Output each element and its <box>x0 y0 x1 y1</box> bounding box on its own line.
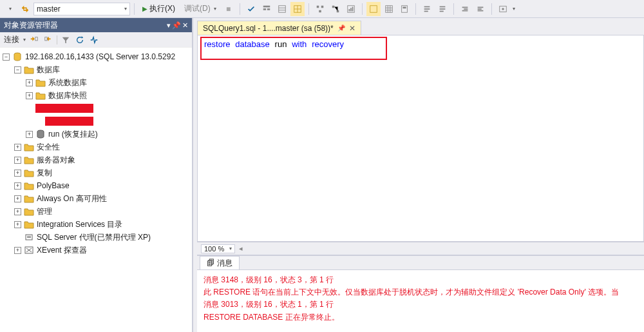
expander-icon[interactable]: + <box>14 170 21 177</box>
results-to-grid-button[interactable] <box>382 2 396 16</box>
results-text-button[interactable] <box>290 2 305 16</box>
document-tab[interactable]: SQLQuery1.sql - 1....master (sa (58))* 📌… <box>197 21 361 35</box>
disconnect-button[interactable] <box>43 34 54 46</box>
object-explorer-panel: 对象资源管理器 ▾ 📌 ✕ 连接 ▾ − 192.168.20.16,1433 … <box>0 18 193 332</box>
xevent-icon <box>24 246 34 255</box>
plan-button[interactable] <box>260 2 274 16</box>
expander-icon[interactable]: + <box>14 221 21 228</box>
expander-icon[interactable]: + <box>14 247 21 254</box>
uncomment-button[interactable] <box>435 2 450 16</box>
live-stats-button[interactable] <box>328 2 343 16</box>
debug-label: 调试(D) <box>184 3 211 14</box>
expander-icon[interactable]: + <box>26 92 33 99</box>
tree-alwayson-node[interactable]: + Always On 高可用性 <box>0 192 192 205</box>
tree-node-label: 数据库 <box>37 64 60 75</box>
dropdown-icon[interactable]: ▾ <box>167 21 171 30</box>
connect-button[interactable] <box>28 34 40 46</box>
expander-icon[interactable]: + <box>14 144 21 151</box>
messages-body[interactable]: 消息 3148，级别 16，状态 3，第 1 行 此 RESTORE 语句在当前… <box>197 270 644 332</box>
tree-server-node[interactable]: − 192.168.20.16,1433 (SQL Server 13.0.52… <box>0 50 192 63</box>
database-combo[interactable]: master ▾ <box>33 3 130 15</box>
refresh-button[interactable] <box>74 34 86 46</box>
svg-rect-12 <box>332 5 334 8</box>
tree-system-db-node[interactable]: + 系统数据库 <box>0 76 192 89</box>
tree-node-label: run (恢复挂起) <box>48 129 98 140</box>
connect-label: 连接 <box>4 34 19 45</box>
close-icon[interactable]: ✕ <box>182 21 188 30</box>
expander-icon[interactable]: + <box>26 79 33 86</box>
svg-rect-11 <box>319 10 321 12</box>
sql-editor[interactable]: restore database run with recovery <box>197 35 644 242</box>
zoom-combo[interactable]: 100 % ▾ <box>201 244 235 253</box>
expander-icon[interactable]: − <box>14 66 21 73</box>
expander-icon[interactable]: − <box>3 54 10 61</box>
tree-db-snapshot-node[interactable]: + 数据库快照 <box>0 89 192 102</box>
tree-databases-node[interactable]: − 数据库 <box>0 63 192 76</box>
execute-label: 执行(X) <box>149 3 175 14</box>
activity-button[interactable] <box>88 34 100 46</box>
client-stats-button[interactable] <box>344 2 358 16</box>
tree-xevent-node[interactable]: + XEvent 探查器 <box>0 244 192 257</box>
tree-security-node[interactable]: + 安全性 <box>0 141 192 153</box>
expander-icon[interactable]: + <box>14 182 21 190</box>
expander-icon[interactable]: + <box>14 208 21 215</box>
parse-button[interactable] <box>244 2 258 16</box>
tree-agent-node[interactable]: SQL Server 代理(已禁用代理 XP) <box>0 231 192 244</box>
debug-button[interactable]: 调试(D) ▾ <box>180 2 220 16</box>
tree-node-label: PolyBase <box>37 181 70 190</box>
expander-icon[interactable]: + <box>14 157 21 164</box>
close-icon[interactable]: ✕ <box>349 24 355 33</box>
tree-node-label: Integration Services 目录 <box>37 219 122 230</box>
editor-area: SQLQuery1.sql - 1....master (sa (58))* 📌… <box>193 18 644 332</box>
agent-icon <box>24 233 34 242</box>
include-plan-button[interactable] <box>313 2 327 16</box>
results-to-file-button[interactable] <box>397 2 412 16</box>
change-connection-button[interactable] <box>18 2 32 16</box>
tree-redacted-db-2[interactable] <box>0 115 192 128</box>
svg-rect-40 <box>27 237 31 238</box>
folder-icon <box>24 65 34 74</box>
tree-isc-node[interactable]: + Integration Services 目录 <box>0 218 192 231</box>
outdent-button[interactable] <box>473 2 488 16</box>
database-combo-value: master <box>37 5 61 14</box>
tree-redacted-db-1[interactable] <box>0 102 192 115</box>
folder-icon <box>24 220 34 229</box>
tree-run-db-node[interactable]: + run (恢复挂起) <box>0 128 192 141</box>
messages-tab-label: 消息 <box>217 258 232 269</box>
tree-polybase-node[interactable]: + PolyBase <box>0 179 192 192</box>
tree-node-label: 复制 <box>37 168 52 179</box>
pin-icon[interactable]: 📌 <box>172 21 181 30</box>
document-tab-title: SQLQuery1.sql - 1....master (sa (58))* <box>203 24 334 33</box>
messages-tab[interactable]: 🗐 消息 <box>200 256 240 269</box>
annotation-box <box>200 37 387 60</box>
svg-rect-0 <box>263 5 270 7</box>
tree-server-objects-node[interactable]: + 服务器对象 <box>0 153 192 166</box>
folder-icon <box>24 181 34 190</box>
specify-values-button[interactable] <box>496 2 510 16</box>
folder-icon <box>35 91 46 100</box>
svg-rect-10 <box>321 5 323 8</box>
results-to-text-button[interactable] <box>366 2 381 16</box>
svg-rect-25 <box>402 6 406 8</box>
tree-node-label: SQL Server 代理(已禁用代理 XP) <box>37 232 151 243</box>
object-explorer-title: 对象资源管理器 <box>4 20 58 31</box>
messages-panel: 🗐 消息 消息 3148，级别 16，状态 3，第 1 行 此 RESTORE … <box>197 255 644 332</box>
zoom-value: 100 % <box>204 245 224 253</box>
comment-button[interactable] <box>420 2 434 16</box>
expander-icon[interactable]: + <box>14 195 21 202</box>
document-tabbar: SQLQuery1.sql - 1....master (sa (58))* 📌… <box>193 18 644 35</box>
expander-icon[interactable]: + <box>26 131 33 138</box>
tree-replication-node[interactable]: + 复制 <box>0 166 192 179</box>
indent-button[interactable] <box>458 2 472 16</box>
folder-icon <box>24 194 34 203</box>
nav-back-button[interactable]: ▾ <box>3 2 17 16</box>
svg-rect-24 <box>401 5 407 12</box>
svg-rect-39 <box>27 236 31 237</box>
tree-management-node[interactable]: + 管理 <box>0 205 192 218</box>
pin-icon[interactable]: 📌 <box>337 24 345 32</box>
main-toolbar: ▾ master ▾ ▶ 执行(X) 调试(D) ▾ ■ ▾ <box>0 0 644 18</box>
results-grid-button[interactable] <box>275 2 289 16</box>
execute-button[interactable]: ▶ 执行(X) <box>138 2 179 16</box>
tree-node-label: 数据库快照 <box>48 90 87 101</box>
filter-button[interactable] <box>60 34 71 46</box>
